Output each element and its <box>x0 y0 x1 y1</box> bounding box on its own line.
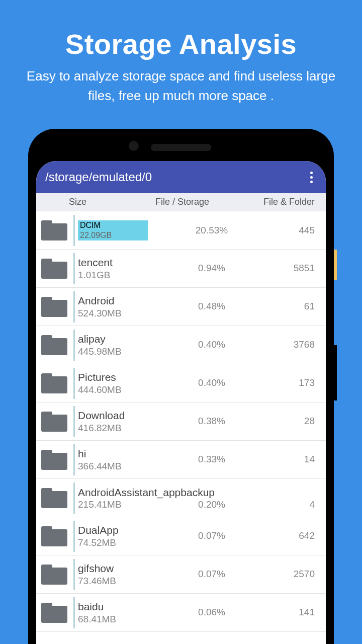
promo-title: Storage Analysis <box>0 0 362 60</box>
folder-icon <box>41 259 67 279</box>
folder-icon <box>41 220 67 240</box>
overflow-menu-icon[interactable] <box>306 168 317 187</box>
file-size: 1.01GB <box>78 269 148 282</box>
file-percentage: 0.48% <box>148 301 276 312</box>
file-name: gifshow <box>78 561 148 575</box>
file-name: baidu <box>78 600 148 613</box>
phone-screen: /storage/emulated/0 Size File / Storage … <box>36 161 326 644</box>
file-count: 173 <box>276 377 326 388</box>
list-item[interactable]: DualApp74.52MB0.07%642 <box>36 517 326 555</box>
file-percentage: 0.40% <box>148 377 276 388</box>
list-item[interactable]: Download416.82MB0.38%28 <box>36 403 326 441</box>
file-list[interactable]: DCIM22.09GB20.53%445tencent1.01GB0.94%58… <box>36 211 326 632</box>
folder-icon <box>41 450 67 470</box>
file-percentage: 0.40% <box>148 339 276 350</box>
folder-icon <box>41 412 67 432</box>
list-item[interactable]: hi366.44MB0.33%14 <box>36 441 326 479</box>
file-percentage: 0.20% <box>148 499 276 510</box>
file-name: tencent <box>78 256 148 269</box>
file-count: 14 <box>276 454 326 465</box>
folder-icon <box>41 297 67 317</box>
file-size: 524.30MB <box>78 307 148 320</box>
column-ratio[interactable]: File / Storage <box>119 197 245 207</box>
file-name: AndroidAssistant_appbackup <box>78 486 326 499</box>
path-breadcrumb[interactable]: /storage/emulated/0 <box>45 170 152 184</box>
file-count: 4 <box>276 499 326 510</box>
file-name: Android <box>78 294 148 307</box>
file-size: 445.98MB <box>78 346 148 358</box>
list-item[interactable]: alipay445.98MB0.40%3768 <box>36 326 326 364</box>
list-item[interactable]: Android524.30MB0.48%61 <box>36 288 326 326</box>
file-size: 68.41MB <box>78 613 148 626</box>
file-name: alipay <box>78 332 148 346</box>
folder-icon <box>41 488 67 508</box>
file-count: 445 <box>276 225 326 236</box>
file-size: 366.44MB <box>78 460 148 473</box>
file-name: DCIM <box>78 220 148 230</box>
file-percentage: 0.33% <box>148 454 276 465</box>
column-size[interactable]: Size <box>36 197 119 207</box>
file-size: 444.60MB <box>78 384 148 396</box>
file-name: hi <box>78 447 148 460</box>
file-count: 28 <box>276 416 326 427</box>
list-item[interactable]: AndroidAssistant_appbackup215.41MB0.20%4 <box>36 479 326 517</box>
file-percentage: 0.07% <box>148 530 276 541</box>
list-item[interactable]: Pictures444.60MB0.40%173 <box>36 364 326 403</box>
phone-power-button <box>334 345 337 400</box>
promo-subtitle: Easy to analyze storage space and find u… <box>0 60 362 106</box>
file-name: Download <box>78 409 148 422</box>
file-size: 22.09GB <box>78 230 148 240</box>
column-count[interactable]: File & Folder <box>245 197 326 207</box>
file-name: DualApp <box>78 523 148 537</box>
file-percentage: 0.07% <box>148 569 276 580</box>
list-item[interactable]: tencent1.01GB0.94%5851 <box>36 250 326 288</box>
folder-icon <box>41 373 67 393</box>
file-percentage: 0.94% <box>148 263 276 274</box>
folder-icon <box>41 603 67 623</box>
file-size: 74.52MB <box>78 537 148 549</box>
file-count: 5851 <box>276 263 326 274</box>
phone-frame: /storage/emulated/0 Size File / Storage … <box>28 129 334 644</box>
column-header: Size File / Storage File & Folder <box>36 193 326 211</box>
file-percentage: 20.53% <box>148 225 276 236</box>
phone-side-button <box>334 250 337 280</box>
file-count: 61 <box>276 301 326 312</box>
file-percentage: 0.06% <box>148 607 276 618</box>
list-item[interactable]: gifshow73.46MB0.07%2570 <box>36 555 326 594</box>
file-size: 73.46MB <box>78 575 148 588</box>
folder-icon <box>41 526 67 546</box>
folder-icon <box>41 335 67 355</box>
list-item[interactable]: DCIM22.09GB20.53%445 <box>36 211 326 250</box>
folder-icon <box>41 565 67 585</box>
file-count: 2570 <box>276 569 326 580</box>
file-size: 416.82MB <box>78 422 148 435</box>
file-size: 215.41MB <box>78 499 148 510</box>
app-bar: /storage/emulated/0 <box>36 161 326 193</box>
file-count: 642 <box>276 530 326 541</box>
file-count: 3768 <box>276 339 326 350</box>
file-count: 141 <box>276 607 326 618</box>
file-name: Pictures <box>78 370 148 384</box>
list-item[interactable]: baidu68.41MB0.06%141 <box>36 594 326 632</box>
file-percentage: 0.38% <box>148 416 276 427</box>
